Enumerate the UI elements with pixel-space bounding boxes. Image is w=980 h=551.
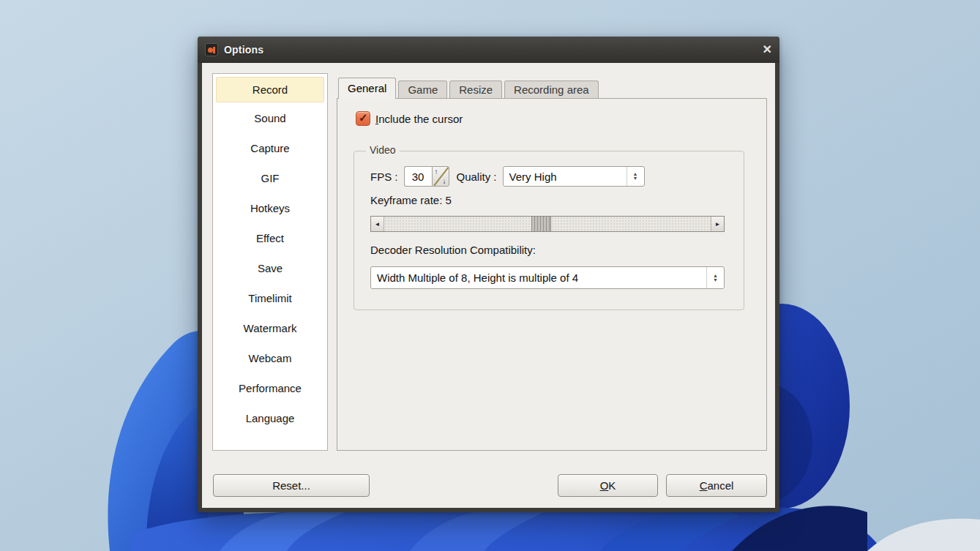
reset-button[interactable]: Reset... <box>213 474 370 497</box>
ok-button[interactable]: OK <box>558 474 658 497</box>
keyframe-rate-slider[interactable]: ◄ ► <box>370 216 725 232</box>
sidebar-item-hotkeys[interactable]: Hotkeys <box>216 195 324 222</box>
close-icon[interactable]: ✕ <box>750 37 772 63</box>
fps-input[interactable] <box>404 166 432 187</box>
sidebar-item-sound[interactable]: Sound <box>216 105 324 132</box>
desktop: Options ✕ Record Sound Capture GIF Hotke… <box>0 0 980 551</box>
fps-spin-up-icon[interactable]: ↑ <box>435 168 438 176</box>
titlebar[interactable]: Options ✕ <box>198 37 779 63</box>
sidebar-item-webcam[interactable]: Webcam <box>216 345 324 372</box>
video-groupbox: Video FPS : ↑ ↓ Quality : Very High <box>354 151 744 310</box>
decoder-compatibility-select[interactable]: Width Multiple of 8, Height is multiple … <box>370 266 725 289</box>
sidebar-item-timelimit[interactable]: Timelimit <box>216 285 324 312</box>
fps-spin-down-icon[interactable]: ↓ <box>443 177 446 185</box>
sidebar-item-performance[interactable]: Performance <box>216 375 324 402</box>
sidebar-item-save[interactable]: Save <box>216 255 324 282</box>
sidebar-item-capture[interactable]: Capture <box>216 135 324 162</box>
window-title: Options <box>224 44 263 56</box>
spinner-down-icon[interactable]: ▼ <box>713 278 718 282</box>
options-category-list: Record Sound Capture GIF Hotkeys Effect … <box>212 73 328 451</box>
dialog-client-area: Record Sound Capture GIF Hotkeys Effect … <box>202 63 775 508</box>
include-cursor-label: Include the cursor <box>375 113 463 125</box>
decoder-compatibility-label: Decoder Resolution Compatibility: <box>370 244 536 256</box>
keyframe-rate-value: 5 <box>446 194 452 206</box>
slider-left-arrow[interactable]: ◄ <box>371 217 384 231</box>
checkmark-icon: ✓ <box>359 111 368 124</box>
sidebar-item-record[interactable]: Record <box>216 77 324 102</box>
quality-label: Quality : <box>457 170 497 183</box>
quality-selected-value: Very High <box>504 170 626 183</box>
app-icon <box>205 43 218 56</box>
include-cursor-checkbox[interactable]: ✓ Include the cursor <box>356 111 463 126</box>
video-group-legend: Video <box>366 144 400 156</box>
tab-game[interactable]: Game <box>398 80 447 99</box>
sidebar-item-language[interactable]: Language <box>216 405 324 432</box>
sidebar-item-gif[interactable]: GIF <box>216 165 324 192</box>
tab-resize[interactable]: Resize <box>449 80 502 99</box>
tab-general[interactable]: General <box>338 78 396 99</box>
fps-quality-row: FPS : ↑ ↓ Quality : Very High ▲ <box>370 166 645 187</box>
sidebar-item-watermark[interactable]: Watermark <box>216 315 324 342</box>
app-icon-record-dot <box>208 48 213 53</box>
cancel-button[interactable]: Cancel <box>666 474 767 497</box>
fps-label: FPS : <box>370 170 398 183</box>
fps-spinfield: ↑ ↓ <box>404 166 449 187</box>
slider-track[interactable] <box>384 217 711 231</box>
slider-right-arrow[interactable]: ► <box>711 217 724 231</box>
quality-select[interactable]: Very High ▲ ▼ <box>503 166 645 187</box>
tab-bar: General Game Resize Recording area <box>338 78 601 99</box>
spinner-down-icon[interactable]: ▼ <box>633 176 638 181</box>
slider-thumb[interactable] <box>531 217 551 231</box>
checkbox-checked-icon[interactable]: ✓ <box>356 111 370 126</box>
sidebar-item-effect[interactable]: Effect <box>216 225 324 252</box>
fps-spinner-button[interactable]: ↑ ↓ <box>432 166 449 187</box>
app-icon-bar <box>213 47 215 53</box>
decoder-spinner-icon[interactable]: ▲ ▼ <box>706 267 724 288</box>
quality-spinner-icon[interactable]: ▲ ▼ <box>626 167 644 186</box>
decoder-selected-value: Width Multiple of 8, Height is multiple … <box>371 271 706 284</box>
options-dialog: Options ✕ Record Sound Capture GIF Hotke… <box>198 37 779 512</box>
keyframe-rate-label: Keyframe rate: 5 <box>370 194 452 206</box>
tab-recording-area[interactable]: Recording area <box>504 80 599 99</box>
